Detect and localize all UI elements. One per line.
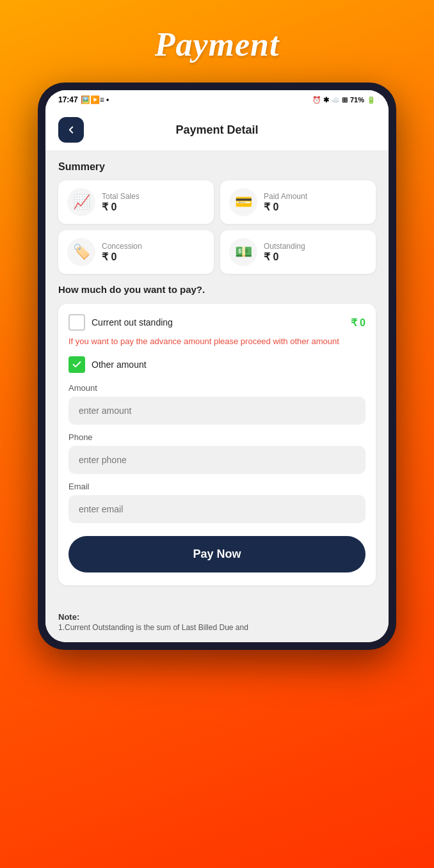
other-amount-row: Other amount: [68, 356, 366, 373]
outstanding-card: 💵 Outstanding ₹ 0: [220, 230, 376, 274]
concession-label: Concession: [102, 242, 142, 251]
status-icons: 🖼️▶️≡ •: [81, 95, 109, 104]
amount-field-group: Amount: [68, 383, 366, 425]
concession-value: ₹ 0: [102, 251, 142, 263]
status-bar: 17:47 🖼️▶️≡ • ⏰ ✱ ☁️ ⊞ 71% 🔋: [45, 90, 389, 109]
payment-section: Current out standing ₹ 0 If you want to …: [58, 304, 376, 585]
paid-amount-label: Paid Amount: [264, 192, 307, 201]
email-label: Email: [68, 482, 366, 491]
phone-field-group: Phone: [68, 432, 366, 474]
amount-input[interactable]: [68, 397, 366, 425]
other-amount-checkbox[interactable]: [68, 356, 85, 373]
paid-amount-value: ₹ 0: [264, 201, 307, 213]
email-field-group: Email: [68, 482, 366, 523]
amount-label: Amount: [68, 383, 366, 393]
note-title: Note:: [58, 612, 376, 622]
total-sales-value: ₹ 0: [102, 201, 140, 213]
note-section: Note: 1.Current Outstanding is the sum o…: [45, 606, 389, 642]
page-title: Payment: [155, 26, 280, 63]
advance-notice: If you want to pay the advance amount pl…: [68, 336, 366, 347]
current-outstanding-label: Current out standing: [92, 317, 173, 327]
email-input[interactable]: [68, 495, 366, 523]
concession-card: 🏷️ Concession ₹ 0: [58, 230, 214, 274]
status-battery: 71%: [350, 96, 364, 104]
phone-frame: 17:47 🖼️▶️≡ • ⏰ ✱ ☁️ ⊞ 71% 🔋 Payment Det…: [38, 83, 396, 650]
back-button[interactable]: [58, 117, 84, 143]
note-text: 1.Current Outstanding is the sum of Last…: [58, 622, 376, 633]
summary-grid: 📈 Total Sales ₹ 0 💳 Paid Amount ₹ 0 🏷️: [58, 180, 376, 274]
phone-screen: 17:47 🖼️▶️≡ • ⏰ ✱ ☁️ ⊞ 71% 🔋 Payment Det…: [45, 90, 389, 642]
summary-section-label: Summery: [58, 161, 376, 173]
current-outstanding-row: Current out standing ₹ 0: [68, 314, 366, 331]
outstanding-label: Outstanding: [264, 242, 305, 251]
phone-input[interactable]: [68, 446, 366, 474]
other-amount-label: Other amount: [92, 359, 147, 370]
outstanding-value: ₹ 0: [264, 251, 305, 263]
paid-amount-card: 💳 Paid Amount ₹ 0: [220, 180, 376, 224]
current-outstanding-amount: ₹ 0: [351, 317, 366, 329]
content-area: Summery 📈 Total Sales ₹ 0 💳 Paid Amount …: [45, 151, 389, 606]
app-header: Payment Detail: [45, 109, 389, 151]
header-title: Payment Detail: [175, 123, 258, 137]
how-much-label: How much do you want to pay?.: [58, 284, 376, 295]
battery-icon: 🔋: [367, 96, 376, 104]
total-sales-label: Total Sales: [102, 192, 140, 201]
phone-label: Phone: [68, 432, 366, 442]
paid-amount-icon: 💳: [229, 188, 257, 216]
current-outstanding-checkbox[interactable]: [68, 314, 85, 331]
status-notifications: ⏰ ✱ ☁️ ⊞: [312, 96, 348, 104]
total-sales-card: 📈 Total Sales ₹ 0: [58, 180, 214, 224]
status-time: 17:47: [58, 95, 78, 104]
outstanding-icon: 💵: [229, 238, 257, 266]
pay-now-button[interactable]: Pay Now: [68, 536, 366, 572]
concession-icon: 🏷️: [67, 238, 95, 266]
total-sales-icon: 📈: [67, 188, 95, 216]
